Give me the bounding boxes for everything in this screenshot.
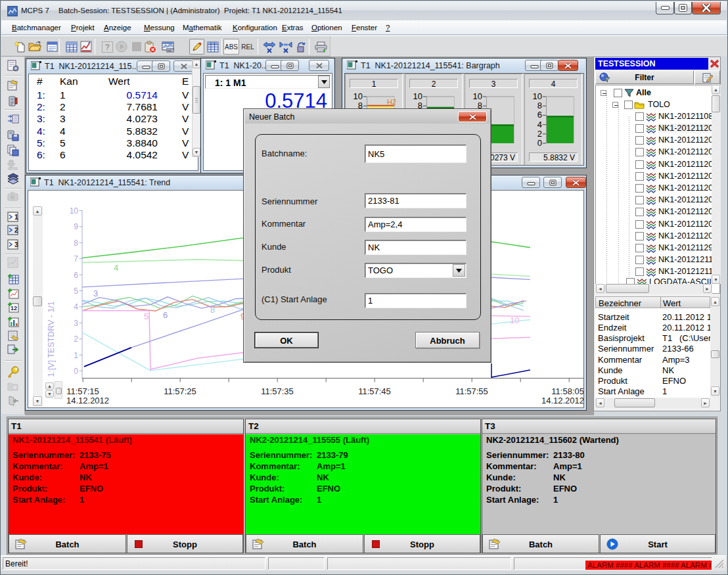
svg-text:10: 10 — [473, 91, 482, 101]
svg-text:3: 3 — [14, 241, 18, 248]
svg-text:H2: H2 — [387, 98, 396, 106]
svg-text:6: 6 — [163, 310, 168, 320]
svg-text:5: 5 — [144, 311, 148, 321]
svg-text:4: 4 — [114, 263, 118, 273]
svg-text:10: 10 — [510, 315, 519, 325]
svg-text:5: 5 — [74, 287, 78, 296]
svg-text:12: 12 — [11, 305, 17, 311]
svg-text:4: 4 — [537, 120, 542, 129]
svg-text:6: 6 — [537, 110, 542, 120]
svg-text:1: 1 — [74, 351, 78, 360]
svg-text:11:57:35: 11:57:35 — [261, 386, 294, 396]
svg-text:11:58:05: 11:58:05 — [551, 386, 584, 396]
svg-text:0: 0 — [537, 138, 542, 148]
svg-text:11:57:55: 11:57:55 — [455, 386, 488, 396]
svg-text:3: 3 — [74, 319, 78, 328]
svg-text:2: 2 — [14, 227, 18, 234]
svg-text:8: 8 — [74, 239, 78, 248]
svg-text:11:57:25: 11:57:25 — [164, 386, 196, 396]
svg-text:7: 7 — [74, 254, 78, 264]
svg-text:10: 10 — [413, 91, 422, 101]
svg-text:2: 2 — [74, 334, 78, 344]
svg-text:1:[V] TESTDRV - 1/1: 1:[V] TESTDRV - 1/1 — [47, 301, 56, 377]
svg-text:6: 6 — [74, 271, 78, 280]
svg-text:10: 10 — [70, 206, 79, 216]
svg-text:8: 8 — [210, 305, 215, 315]
svg-text:1: 1 — [14, 214, 18, 221]
svg-text:10: 10 — [353, 91, 363, 101]
svg-text:0: 0 — [74, 367, 78, 376]
svg-text:14.12.2012: 14.12.2012 — [66, 396, 109, 405]
svg-text:14.12.2012: 14.12.2012 — [541, 396, 584, 405]
svg-text:11:57:15: 11:57:15 — [66, 386, 99, 396]
svg-text:?: ? — [104, 43, 109, 52]
svg-text:4: 4 — [74, 302, 78, 311]
svg-text:8: 8 — [537, 101, 542, 110]
svg-text:11:57:45: 11:57:45 — [358, 386, 391, 396]
svg-text:3: 3 — [93, 288, 98, 298]
svg-text:10: 10 — [533, 91, 542, 101]
svg-text:9: 9 — [74, 222, 78, 231]
svg-text:2: 2 — [537, 129, 542, 139]
